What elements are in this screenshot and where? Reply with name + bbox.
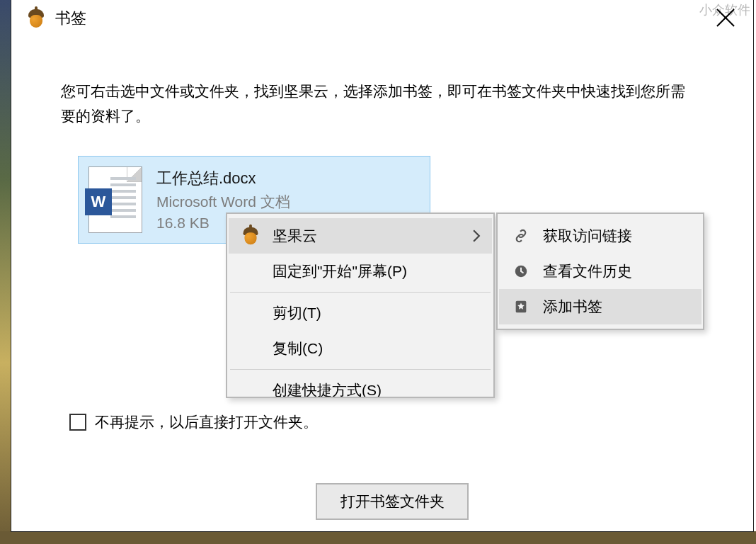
chevron-right-icon: [473, 230, 481, 242]
context-menu: 坚果云 固定到"开始"屏幕(P) 剪切(T) 复制(C) 创建快捷方式(S): [226, 212, 495, 398]
open-bookmark-folder-button[interactable]: 打开书签文件夹: [316, 483, 469, 520]
submenu-item-label: 查看文件历史: [543, 261, 632, 281]
bookmark-star-icon: [509, 295, 533, 319]
menu-item-nutstore[interactable]: 坚果云: [229, 218, 492, 254]
link-icon: [509, 224, 533, 248]
app-acorn-icon: [27, 9, 45, 28]
file-name: 工作总结.docx: [156, 168, 290, 189]
menu-item-label: 剪切(T): [273, 303, 321, 323]
submenu-item-add-bookmark[interactable]: 添加书签: [499, 289, 701, 324]
close-icon[interactable]: [714, 6, 738, 30]
submenu-item-view-history[interactable]: 查看文件历史: [499, 254, 701, 289]
button-label: 打开书签文件夹: [340, 492, 445, 511]
bookmark-dialog: 小众软件 书签 您可右击选中文件或文件夹，找到坚果云，选择添加书签，即可在书签文…: [11, 0, 753, 531]
dialog-title: 书签: [55, 8, 86, 29]
word-file-icon: W: [88, 166, 142, 233]
menu-item-copy[interactable]: 复制(C): [229, 331, 492, 366]
submenu-item-label: 获取访问链接: [543, 226, 632, 246]
submenu-item-label: 添加书签: [543, 297, 602, 317]
checkbox-icon[interactable]: [69, 414, 86, 431]
menu-separator: [230, 292, 491, 293]
nutstore-submenu: 获取访问链接 查看文件历史 添加书签: [496, 212, 704, 330]
clock-icon: [509, 259, 533, 283]
menu-item-label: 复制(C): [273, 339, 323, 358]
nutstore-acorn-icon: [239, 224, 263, 248]
menu-item-label: 固定到"开始"屏幕(P): [273, 261, 407, 281]
desktop-background-left: [0, 0, 11, 544]
dont-show-again-row[interactable]: 不再提示，以后直接打开文件夹。: [69, 412, 318, 432]
word-letter: W: [85, 188, 112, 215]
menu-item-label: 坚果云: [273, 226, 317, 246]
menu-item-cut[interactable]: 剪切(T): [229, 295, 492, 331]
checkbox-label: 不再提示，以后直接打开文件夹。: [95, 412, 318, 432]
submenu-item-get-link[interactable]: 获取访问链接: [499, 218, 701, 254]
desktop-background-bottom: [0, 531, 756, 544]
menu-item-create-shortcut[interactable]: 创建快捷方式(S): [229, 373, 492, 398]
menu-separator: [230, 369, 491, 370]
file-type: Microsoft Word 文档: [156, 192, 290, 212]
instruction-text: 您可右击选中文件或文件夹，找到坚果云，选择添加书签，即可在书签文件夹中快速找到您…: [61, 79, 698, 128]
menu-item-label: 创建快捷方式(S): [273, 380, 382, 398]
titlebar: 书签: [11, 0, 753, 37]
menu-item-pin-to-start[interactable]: 固定到"开始"屏幕(P): [229, 254, 492, 289]
